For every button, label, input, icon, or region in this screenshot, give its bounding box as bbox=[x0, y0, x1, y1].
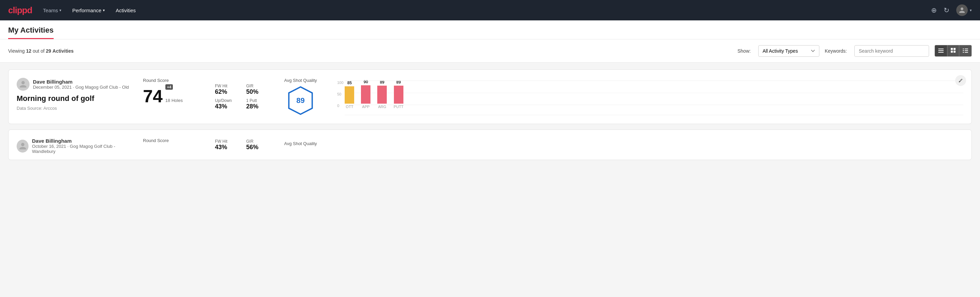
user-date-2: October 16, 2021 · Gog Magog Golf Club -… bbox=[32, 144, 132, 154]
stat-gir: GIR 50% bbox=[246, 84, 269, 96]
nav-teams-label: Teams bbox=[43, 8, 58, 13]
hexagon-wrap: 89 bbox=[287, 86, 314, 115]
bar-putt-value: 89 bbox=[396, 80, 401, 85]
bar-app-label: APP bbox=[362, 105, 369, 109]
avg-shot-quality: Avg Shot Quality 89 bbox=[280, 78, 321, 115]
stat-1putt: 1 Putt 28% bbox=[246, 98, 269, 110]
user-info: Dave Billingham December 05, 2021 · Gog … bbox=[17, 78, 132, 91]
view-grid-button[interactable] bbox=[947, 45, 959, 56]
stat-gir-2: GIR 56% bbox=[246, 139, 269, 151]
data-source: Data Source: Arccos bbox=[17, 106, 132, 111]
nav-activities-label: Activities bbox=[116, 8, 136, 13]
activity-type-select[interactable]: All Activity Types bbox=[758, 45, 819, 57]
quality-label: Avg Shot Quality bbox=[284, 78, 317, 83]
content-area: Dave Billingham December 05, 2021 · Gog … bbox=[0, 62, 980, 172]
y-axis-0: 0 bbox=[337, 104, 343, 108]
activity-title: Morning round of golf bbox=[17, 94, 132, 103]
stat-gir-label: GIR bbox=[246, 84, 269, 88]
teams-chevron-icon: ▾ bbox=[59, 8, 62, 13]
card-stats-2: FW Hit 43% GIR 56% bbox=[215, 138, 269, 152]
svg-rect-9 bbox=[963, 50, 964, 51]
nav-activities[interactable]: Activities bbox=[116, 8, 136, 13]
search-input[interactable] bbox=[854, 45, 929, 57]
navbar: clippd Teams ▾ Performance ▾ Activities … bbox=[0, 0, 980, 21]
stat-1putt-label: 1 Putt bbox=[246, 98, 269, 103]
avatar[interactable] bbox=[956, 5, 968, 16]
keywords-label: Keywords: bbox=[825, 48, 847, 54]
score-main: 74 +4 18 Holes bbox=[143, 84, 204, 105]
user-details-2: Dave Billingham October 16, 2021 · Gog M… bbox=[32, 138, 132, 154]
page-title: My Activities bbox=[8, 26, 54, 39]
view-list-button[interactable] bbox=[959, 45, 972, 56]
svg-rect-3 bbox=[951, 48, 953, 50]
score-number: 74 bbox=[143, 87, 163, 105]
activity-card: Dave Billingham December 05, 2021 · Gog … bbox=[8, 69, 972, 124]
bar-ott-value: 85 bbox=[347, 81, 352, 85]
svg-rect-1 bbox=[938, 50, 943, 51]
stat-fw-hit-label-2: FW Hit bbox=[215, 139, 238, 144]
svg-rect-4 bbox=[953, 48, 956, 50]
bar-chart: 100 50 0 85 bbox=[332, 78, 963, 115]
refresh-icon[interactable]: ↻ bbox=[943, 6, 950, 14]
svg-rect-11 bbox=[963, 52, 964, 53]
viewing-count: 12 bbox=[26, 48, 32, 54]
viewing-middle: out of bbox=[33, 48, 46, 54]
logo[interactable]: clippd bbox=[8, 5, 32, 16]
svg-rect-7 bbox=[963, 49, 964, 49]
svg-rect-0 bbox=[938, 49, 943, 49]
card-left: Dave Billingham December 05, 2021 · Gog … bbox=[17, 78, 132, 115]
avg-shot-quality-2: Avg Shot Quality bbox=[280, 138, 321, 152]
stat-fw-hit-2: FW Hit 43% bbox=[215, 139, 238, 151]
filter-bar: Viewing 12 out of 29 Activities Show: Al… bbox=[0, 40, 980, 62]
stat-1putt-value: 28% bbox=[246, 103, 269, 110]
quality-score: 89 bbox=[296, 96, 305, 105]
user-date: December 05, 2021 · Gog Magog Golf Club … bbox=[33, 85, 129, 90]
score-badge: +4 bbox=[165, 84, 173, 90]
stat-fw-hit-value: 62% bbox=[215, 88, 238, 96]
user-info-2: Dave Billingham October 16, 2021 · Gog M… bbox=[17, 138, 132, 154]
stat-updown: Up/Down 43% bbox=[215, 98, 238, 110]
round-score-2: Round Score bbox=[143, 138, 204, 152]
stat-gir-label-2: GIR bbox=[246, 139, 269, 144]
user-menu[interactable]: ▾ bbox=[956, 5, 972, 16]
user-name-2: Dave Billingham bbox=[32, 138, 132, 144]
view-toggle bbox=[934, 45, 972, 57]
user-details: Dave Billingham December 05, 2021 · Gog … bbox=[33, 79, 129, 90]
stat-gir-value-2: 56% bbox=[246, 144, 269, 151]
show-label: Show: bbox=[738, 48, 751, 54]
viewing-count-text: Viewing 12 out of 29 Activities bbox=[8, 48, 74, 54]
nav-performance[interactable]: Performance ▾ bbox=[72, 8, 105, 13]
bar-app: 90 APP bbox=[361, 80, 371, 109]
bar-arg-label: ARG bbox=[378, 105, 386, 109]
svg-rect-12 bbox=[965, 52, 968, 53]
stat-gir-value: 50% bbox=[246, 88, 269, 96]
card-left-2: Dave Billingham October 16, 2021 · Gog M… bbox=[17, 138, 132, 152]
add-circle-icon[interactable]: ⊕ bbox=[931, 6, 937, 14]
round-score-label: Round Score bbox=[143, 78, 204, 83]
bar-ott: 85 OTT bbox=[345, 81, 354, 109]
performance-chevron-icon: ▾ bbox=[103, 8, 105, 13]
avatar-2 bbox=[17, 140, 29, 153]
svg-rect-8 bbox=[965, 49, 968, 49]
bar-putt-label: PUTT bbox=[394, 105, 403, 109]
stat-fw-hit-value-2: 43% bbox=[215, 144, 238, 151]
view-list-compact-button[interactable] bbox=[935, 45, 947, 56]
svg-rect-5 bbox=[951, 51, 953, 53]
bar-arg-value: 89 bbox=[380, 80, 384, 85]
stat-fw-hit-label: FW Hit bbox=[215, 84, 238, 88]
round-score-label-2: Round Score bbox=[143, 138, 204, 143]
svg-rect-2 bbox=[938, 52, 943, 53]
user-chevron-icon[interactable]: ▾ bbox=[970, 8, 972, 13]
nav-right: ⊕ ↻ ▾ bbox=[931, 5, 972, 16]
y-axis-100: 100 bbox=[337, 81, 343, 85]
bar-chart-2 bbox=[332, 138, 963, 152]
viewing-total: 29 bbox=[46, 48, 51, 54]
stat-fw-hit: FW Hit 62% bbox=[215, 84, 238, 96]
nav-teams[interactable]: Teams ▾ bbox=[43, 8, 62, 13]
user-name: Dave Billingham bbox=[33, 79, 129, 85]
score-holes: 18 Holes bbox=[165, 98, 183, 103]
viewing-suffix: Activities bbox=[52, 48, 74, 54]
card-stats: FW Hit 62% GIR 50% Up/Down 43% 1 Putt 28… bbox=[215, 78, 269, 115]
stat-updown-value: 43% bbox=[215, 103, 238, 110]
bar-ott-label: OTT bbox=[346, 105, 353, 109]
